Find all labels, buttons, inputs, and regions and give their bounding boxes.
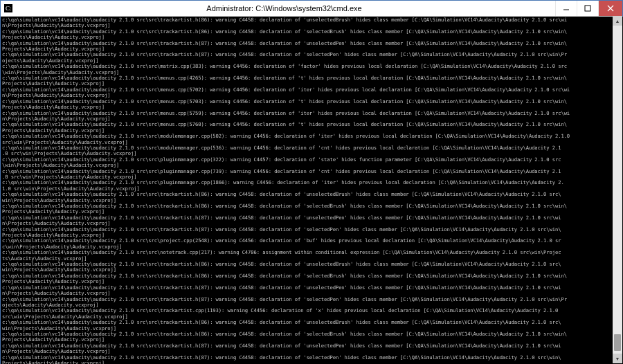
console-line: c:\qa\simulation\vc14\audacity\audacity … (2, 227, 622, 233)
console-line: Projects\Audacity\Audacity.vcxproj] (2, 361, 622, 364)
console-line: c:\qa\simulation\vc14\audacity\audacity … (2, 192, 622, 197)
window-controls (555, 1, 622, 16)
console-line: src\win\Projects\Audacity\Audacity.vcxpr… (2, 140, 622, 145)
console-line: win\Projects\Audacity\Audacity.vcxproj] (2, 267, 622, 273)
console-line: n\Projects\Audacity\Audacity.vcxproj] (2, 349, 622, 354)
svg-text:C:: C: (6, 5, 12, 12)
console-line: Projects\Audacity\Audacity.vcxproj] (2, 337, 622, 343)
console-line: c:\qa\simulation\vc14\audacity\audacity … (2, 52, 622, 57)
cmd-icon: C: (3, 3, 13, 13)
console-line: \win\Projects\Audacity\Audacity.vcxproj] (2, 163, 622, 168)
console-line: .0 src\win\Projects\Audacity\Audacity.vc… (2, 174, 622, 180)
svg-rect-3 (585, 6, 590, 11)
console-line: c:\qa\simulation\vc14\audacity\audacity … (2, 250, 622, 255)
console-line: Projects\Audacity\Audacity.vcxproj] (2, 209, 622, 215)
minimize-button[interactable] (555, 1, 577, 16)
window-titlebar[interactable]: C: Administrator: C:\Windows\system32\cm… (1, 1, 622, 17)
console-line: src\win\Projects\Audacity\Audacity.vcxpr… (2, 314, 622, 320)
console-line: c:\qa\simulation\vc14\audacity\audacity … (2, 273, 622, 279)
console-line: ts\Audacity\Audacity.vcxproj] (2, 256, 622, 262)
console-line: c:\qa\simulation\vc14\audacity\audacity … (2, 238, 622, 244)
console-line: n\Projects\Audacity\Audacity.vcxproj] (2, 93, 622, 98)
scroll-up-button[interactable]: ▲ (613, 16, 622, 26)
console-line: c:\qa\simulation\vc14\audacity\audacity … (2, 41, 622, 46)
console-line: 1.0 src\win\Projects\Audacity\Audacity.v… (2, 186, 622, 192)
console-line: Projects\Audacity\Audacity.vcxproj] (2, 128, 622, 134)
console-line: c:\qa\simulation\vc14\audacity\audacity … (2, 285, 622, 291)
console-line: c:\qa\simulation\vc14\audacity\audacity … (2, 64, 622, 69)
console-line: n\Projects\Audacity\Audacity.vcxproj] (2, 23, 622, 28)
console-line: win\Projects\Audacity\Audacity.vcxproj] (2, 326, 622, 331)
console-line: ojects\Audacity\Audacity.vcxproj] (2, 302, 622, 308)
console-line: c\win\Projects\Audacity\Audacity.vcxproj… (2, 244, 622, 250)
console-line: Projects\Audacity\Audacity.vcxproj] (2, 46, 622, 52)
console-line: c:\qa\simulation\vc14\audacity\audacity … (2, 75, 622, 81)
console-line: c:\qa\simulation\vc14\audacity\audacity … (2, 262, 622, 267)
console-line: c:\qa\simulation\vc14\audacity\audacity … (2, 343, 622, 349)
console-line: Projects\Audacity\Audacity.vcxproj] (2, 81, 622, 87)
console-line: c:\qa\simulation\vc14\audacity\audacity … (2, 169, 622, 174)
console-line: c:\qa\simulation\vc14\audacity\audacity … (2, 99, 622, 104)
console-line: c:\qa\simulation\vc14\audacity\audacity … (2, 145, 622, 151)
console-line: c:\qa\simulation\vc14\audacity\audacity … (2, 355, 622, 361)
console-line: c:\qa\simulation\vc14\audacity\audacity … (2, 203, 622, 209)
console-line: n\Projects\Audacity\Audacity.vcxproj] (2, 116, 622, 122)
scroll-thumb[interactable] (614, 334, 621, 351)
console-line: n\Projects\Audacity\Audacity.vcxproj] (2, 221, 622, 226)
console-line: .0 src\win\Projects\Audacity\Audacity.vc… (2, 151, 622, 156)
console-line: c:\qa\simulation\vc14\audacity\audacity … (2, 87, 622, 93)
console-line: Projects\Audacity\Audacity.vcxproj] (2, 35, 622, 40)
console-line: c:\qa\simulation\vc14\audacity\audacity … (2, 297, 622, 302)
console-line: c:\qa\simulation\vc14\audacity\audacity … (2, 320, 622, 325)
console-line: c:\qa\simulation\vc14\audacity\audacity … (2, 215, 622, 221)
console-line: ojects\Audacity\Audacity.vcxproj] (2, 58, 622, 64)
console-output[interactable]: c:\qa\simulation\vc14\audacity\audacity … (1, 17, 623, 364)
maximize-button[interactable] (577, 1, 598, 16)
console-line: Projects\Audacity\Audacity.vcxproj] (2, 104, 622, 110)
console-line: c:\qa\simulation\vc14\audacity\audacity … (2, 134, 622, 139)
window-title: Administrator: C:\Windows\system32\cmd.e… (13, 4, 555, 12)
console-line: c:\qa\simulation\vc14\audacity\audacity … (2, 308, 622, 313)
console-line: c:\qa\simulation\vc14\audacity\audacity … (2, 157, 622, 163)
console-line: Projects\Audacity\Audacity.vcxproj] (2, 233, 622, 238)
console-line: c:\qa\simulation\vc14\audacity\audacity … (2, 180, 622, 185)
scroll-down-button[interactable]: ▼ (613, 354, 622, 363)
vertical-scrollbar[interactable]: ▲ ▼ (613, 16, 622, 363)
console-line: Projects\Audacity\Audacity.vcxproj] (2, 279, 622, 284)
close-button[interactable] (598, 1, 622, 16)
console-line: c:\qa\simulation\vc14\audacity\audacity … (2, 111, 622, 116)
console-line: c:\qa\simulation\vc14\audacity\audacity … (2, 17, 622, 23)
console-line: c:\qa\simulation\vc14\audacity\audacity … (2, 331, 622, 337)
console-line: c:\qa\simulation\vc14\audacity\audacity … (2, 122, 622, 127)
console-line: win\Projects\Audacity\Audacity.vcxproj] (2, 198, 622, 203)
console-line: n\Projects\Audacity\Audacity.vcxproj] (2, 291, 622, 296)
console-line: c:\qa\simulation\vc14\audacity\audacity … (2, 29, 622, 35)
console-line: \win\Projects\Audacity\Audacity.vcxproj] (2, 70, 622, 75)
